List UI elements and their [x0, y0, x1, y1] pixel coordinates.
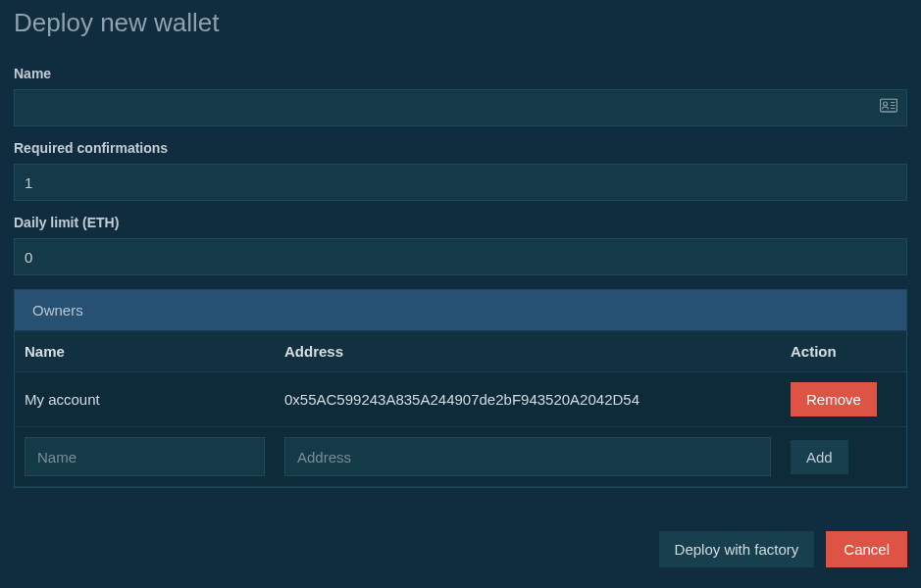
column-header-name: Name	[15, 331, 275, 372]
owner-action-cell: Remove	[781, 372, 906, 427]
remove-button[interactable]: Remove	[791, 382, 877, 416]
daily-limit-input[interactable]	[14, 238, 907, 275]
add-button[interactable]: Add	[791, 440, 848, 474]
owners-table: Name Address Action My account 0x55AC599…	[15, 330, 906, 487]
name-group: Name	[14, 66, 907, 126]
new-owner-name-input[interactable]	[25, 437, 265, 476]
column-header-action: Action	[781, 331, 906, 372]
deploy-button[interactable]: Deploy with factory	[659, 531, 815, 567]
svg-point-1	[884, 102, 888, 106]
new-owner-address-input[interactable]	[284, 437, 771, 476]
daily-limit-group: Daily limit (ETH)	[14, 215, 907, 275]
new-owner-name-cell	[15, 427, 275, 487]
footer: Deploy with factory Cancel	[14, 531, 907, 567]
name-label: Name	[14, 66, 907, 81]
column-header-address: Address	[275, 331, 781, 372]
cancel-button[interactable]: Cancel	[826, 531, 907, 567]
confirmations-group: Required confirmations	[14, 140, 907, 201]
name-input[interactable]	[14, 89, 907, 126]
contact-card-icon[interactable]	[880, 99, 897, 118]
name-input-wrapper	[14, 89, 907, 126]
page-title: Deploy new wallet	[14, 8, 907, 38]
confirmations-input[interactable]	[14, 164, 907, 201]
new-owner-address-cell	[275, 427, 781, 487]
owner-address-cell: 0x55AC599243A835A244907de2bF943520A2042D…	[275, 372, 781, 427]
table-row: My account 0x55AC599243A835A244907de2bF9…	[15, 372, 906, 427]
owner-name-cell: My account	[15, 372, 275, 427]
table-row-add: Add	[15, 427, 906, 487]
owners-panel: Owners Name Address Action My account 0x…	[14, 289, 907, 488]
confirmations-label: Required confirmations	[14, 140, 907, 156]
daily-limit-label: Daily limit (ETH)	[14, 215, 907, 230]
owners-panel-title: Owners	[15, 290, 906, 330]
new-owner-action-cell: Add	[781, 427, 906, 487]
